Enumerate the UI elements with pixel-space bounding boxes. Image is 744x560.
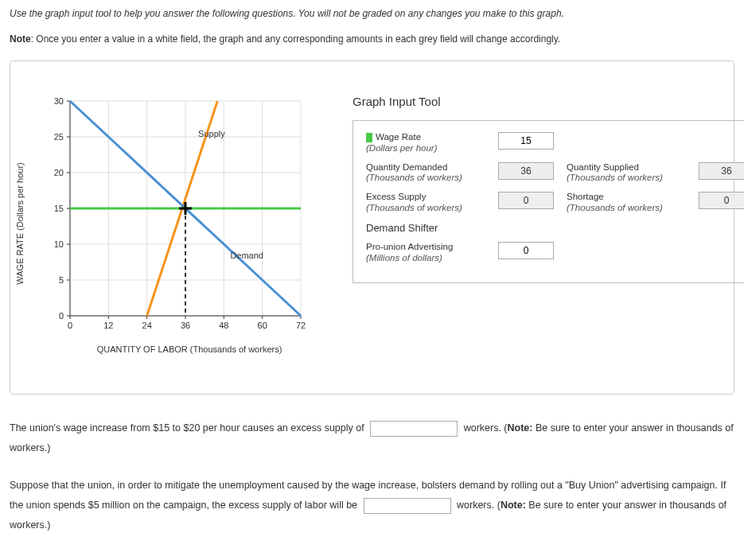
note-text: Note: Once you enter a value in a white … — [10, 32, 734, 46]
wage-rate-text: Wage Rate — [376, 132, 421, 142]
sh-text: Shortage — [567, 192, 604, 201]
graph-input-tool: Graph Input Tool ? Wage Rate (Dollars pe… — [353, 93, 744, 354]
svg-text:60: 60 — [258, 321, 267, 330]
svg-text:25: 25 — [54, 132, 64, 142]
svg-text:5: 5 — [59, 275, 64, 285]
wage-rate-row: Wage Rate (Dollars per hour) — [366, 132, 744, 154]
labor-market-chart[interactable]: 0122436486072051015202530SupplyDemand — [34, 93, 321, 340]
excess-supply-label: Excess Supply (Thousands of workers) — [366, 192, 477, 214]
q1-post-a: workers. ( — [464, 422, 508, 434]
advertising-input[interactable] — [498, 242, 554, 259]
y-axis-label: WAGE RATE (Dollars per hour) — [15, 162, 25, 284]
svg-text:Demand: Demand — [230, 251, 263, 260]
svg-text:72: 72 — [296, 321, 306, 330]
q1-answer-input[interactable] — [370, 421, 458, 437]
shortage-value: 0 — [699, 192, 744, 209]
tool-box: Wage Rate (Dollars per hour) Quantity De… — [353, 120, 744, 283]
svg-text:0: 0 — [59, 311, 64, 321]
advertising-label: Pro-union Advertising (Millions of dolla… — [366, 242, 477, 264]
graph-panel: WAGE RATE (Dollars per hour) 01224364860… — [10, 60, 734, 395]
svg-text:48: 48 — [219, 321, 228, 330]
tool-title: Graph Input Tool — [353, 95, 441, 108]
q2-post-a: workers. ( — [457, 500, 501, 511]
quantity-row: Quantity Demanded (Thousands of workers)… — [366, 162, 744, 185]
q2-answer-input[interactable] — [364, 498, 451, 514]
es-sub: (Thousands of workers) — [366, 203, 477, 214]
shortage-label: Shortage (Thousands of workers) — [567, 192, 678, 214]
question-1: The union's wage increase from $15 to $2… — [10, 418, 734, 458]
svg-text:20: 20 — [54, 168, 64, 177]
svg-text:24: 24 — [142, 321, 152, 330]
qs-sub: (Thousands of workers) — [567, 173, 678, 184]
wage-rate-sub: (Dollars per hour) — [366, 143, 477, 154]
svg-text:0: 0 — [68, 321, 72, 330]
qty-demanded-label: Quantity Demanded (Thousands of workers) — [366, 162, 477, 185]
q2-note-bold: Note: — [501, 500, 526, 511]
excess-row: Excess Supply (Thousands of workers) 0 S… — [366, 192, 744, 214]
svg-text:30: 30 — [54, 96, 64, 106]
ad-text: Pro-union Advertising — [366, 242, 453, 251]
qty-demanded-value: 36 — [498, 162, 554, 180]
x-axis-label: QUANTITY OF LABOR (Thousands of workers) — [34, 344, 321, 354]
qty-supplied-value: 36 — [699, 162, 744, 180]
chart-zone: WAGE RATE (Dollars per hour) 01224364860… — [34, 93, 321, 354]
wage-swatch-icon — [366, 133, 372, 142]
intro-text: Use the graph input tool to help you ans… — [10, 6, 734, 21]
note-body: : Once you enter a value in a white fiel… — [31, 33, 561, 45]
q1-note-bold: Note: — [508, 422, 533, 434]
wage-rate-input[interactable] — [498, 132, 554, 150]
svg-text:12: 12 — [103, 321, 113, 330]
question-2: Suppose that the union, in order to miti… — [10, 476, 734, 535]
sh-sub: (Thousands of workers) — [567, 203, 678, 214]
advertising-row: Pro-union Advertising (Millions of dolla… — [366, 242, 744, 264]
qd-text: Quantity Demanded — [366, 162, 447, 172]
qty-supplied-label: Quantity Supplied (Thousands of workers) — [567, 162, 678, 185]
svg-text:36: 36 — [181, 321, 190, 330]
wage-rate-label: Wage Rate (Dollars per hour) — [366, 132, 477, 154]
ad-sub: (Millions of dollars) — [366, 253, 477, 264]
qd-sub: (Thousands of workers) — [366, 173, 477, 184]
excess-supply-value: 0 — [498, 192, 554, 209]
svg-text:Supply: Supply — [198, 129, 225, 138]
demand-shifter-heading: Demand Shifter — [366, 222, 744, 234]
svg-text:15: 15 — [54, 204, 64, 213]
qs-text: Quantity Supplied — [567, 162, 639, 172]
q1-pre: The union's wage increase from $15 to $2… — [10, 422, 367, 434]
note-prefix: Note — [10, 33, 31, 45]
svg-text:10: 10 — [54, 239, 64, 249]
es-text: Excess Supply — [366, 192, 426, 201]
